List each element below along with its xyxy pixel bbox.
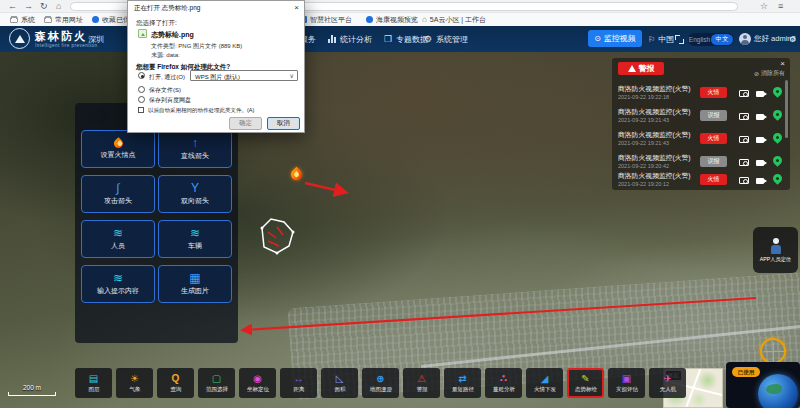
alarm-row[interactable]: 商洛防火视频监控(火警) 2021-09-22 19:20:12 火情: [612, 169, 790, 192]
alarm-row[interactable]: 商洛防火视频监控(火警) 2021-09-22 19:21:43 火情: [612, 128, 790, 151]
vehicle-button[interactable]: ≋ 车辆: [158, 220, 232, 258]
map-roam-button[interactable]: ⊕地图漫游: [362, 368, 399, 398]
camera-icon[interactable]: [739, 159, 749, 166]
video-icon[interactable]: [756, 114, 764, 120]
home-button[interactable]: ⌂: [56, 0, 61, 13]
drone-button[interactable]: ✈无人机: [649, 368, 686, 398]
fullscreen-button[interactable]: [675, 34, 684, 44]
alarm-row[interactable]: 商洛防火视频监控(火警) 2021-09-22 19:22:18 火情: [612, 82, 790, 105]
open-with-select[interactable]: WPS 图片 (默认) ∨: [190, 70, 298, 81]
clear-all-button[interactable]: ⊘ 消除所有: [754, 69, 785, 78]
alarm-scrollbar[interactable]: [785, 80, 788, 138]
situation-plot-button[interactable]: ✎态势标绘: [567, 368, 604, 398]
triangle-ruler-icon: ◺: [336, 373, 344, 384]
alarm-row[interactable]: 商洛防火视频监控(火警) 2021-09-22 19:21:43 误报: [612, 105, 790, 128]
radio-save-file[interactable]: [138, 86, 145, 93]
video-icon[interactable]: [756, 91, 764, 97]
nav-system-manage[interactable]: ⚙ 系统管理: [424, 26, 468, 52]
bookmark-folder[interactable]: 常用网址: [44, 13, 83, 26]
double-arrow-button[interactable]: Y 双向箭头: [158, 175, 232, 213]
search-button[interactable]: Q查询: [157, 368, 194, 398]
settings-button[interactable]: ⚙: [789, 26, 796, 52]
back-button[interactable]: ←: [8, 0, 17, 13]
video-icon[interactable]: [756, 137, 764, 143]
globe-mode-button[interactable]: 已使用: [732, 367, 760, 377]
forward-button[interactable]: →: [24, 0, 33, 13]
mute-icon: ⊘: [754, 70, 759, 77]
alarm-time: 2021-09-22 19:20:12: [618, 181, 669, 187]
location-pin-icon[interactable]: [771, 85, 784, 98]
layers-icon: ≋: [113, 227, 123, 239]
alarm-status-badge[interactable]: 火情: [700, 133, 727, 144]
personnel-button[interactable]: ≋ 人员: [81, 220, 155, 258]
app-personnel-locator[interactable]: APP人员定位: [753, 227, 798, 273]
set-fire-point-button[interactable]: 设置火情点: [81, 130, 155, 168]
attack-arrow-button[interactable]: ∫ 攻击箭头: [81, 175, 155, 213]
alarm-name: 商洛防火视频监控(火警): [618, 171, 691, 181]
bookmark-item[interactable]: 智慧社区平台: [300, 13, 352, 26]
location-pin-icon[interactable]: [771, 172, 784, 185]
alarm-time: 2021-09-22 19:21:43: [618, 140, 669, 146]
country-selector[interactable]: ⚐ 中国: [648, 26, 674, 52]
monitor-video-button[interactable]: ⊙ 监控视频: [588, 30, 642, 47]
cancel-button[interactable]: 取消: [267, 117, 300, 130]
layers-button[interactable]: ▤图层: [75, 368, 112, 398]
reload-button[interactable]: ↻: [40, 0, 48, 13]
bar-chart-icon: [328, 35, 336, 43]
spread-analysis-button[interactable]: ∴蔓延分析: [485, 368, 522, 398]
range-select-button[interactable]: ▢范围选择: [198, 368, 235, 398]
weather-button[interactable]: ☀气象: [116, 368, 153, 398]
coordinate-locate-button[interactable]: ◉坐标定位: [239, 368, 276, 398]
bookmark-item[interactable]: 海康视频预览: [366, 13, 418, 26]
damage-assess-button[interactable]: ▣灾损评估: [608, 368, 645, 398]
alarm-close-icon[interactable]: ×: [780, 59, 785, 68]
camera-icon[interactable]: [739, 177, 749, 184]
map-canvas[interactable]: 200 m 警报 × ⊘ 消除所有 商洛防火视频监控(火警) 2021-09-2…: [0, 52, 800, 408]
bookmark-star-icon[interactable]: ☆: [760, 0, 768, 13]
alarm-button[interactable]: ⚠警报: [403, 368, 440, 398]
area-button[interactable]: ◺面积: [321, 368, 358, 398]
video-icon[interactable]: [756, 160, 764, 166]
distance-button[interactable]: ↔距离: [280, 368, 317, 398]
generate-image-button[interactable]: ▦ 生成图片: [158, 265, 232, 303]
location-pin-icon[interactable]: [771, 154, 784, 167]
camera-icon[interactable]: [739, 113, 749, 120]
save-file-label[interactable]: 保存文件(S): [149, 86, 181, 95]
radio-save-baidu[interactable]: [138, 96, 145, 103]
alarm-status-badge[interactable]: 误报: [700, 110, 727, 121]
camera-icon[interactable]: [739, 136, 749, 143]
video-icon[interactable]: [756, 178, 764, 184]
image-icon: ▦: [189, 272, 200, 284]
menu-icon[interactable]: ≡: [778, 0, 783, 13]
straight-arrow-button[interactable]: ↑ 直线箭头: [158, 130, 232, 168]
avatar[interactable]: [739, 33, 751, 45]
nav-statistics[interactable]: 统计分析: [328, 26, 372, 52]
lang-chinese[interactable]: 中文: [711, 34, 733, 45]
favicon: [366, 16, 373, 23]
input-hint-button[interactable]: ≋ 输入提示内容: [81, 265, 155, 303]
radio-open-with[interactable]: [138, 72, 145, 79]
remember-label[interactable]: 以后自动采用相同的动作处理此类文件。(A): [148, 107, 254, 114]
compass-target-icon[interactable]: [760, 338, 786, 364]
language-toggle[interactable]: English 中文: [688, 33, 734, 46]
alarm-status-badge[interactable]: 误报: [700, 156, 727, 167]
fire-dispatch-button[interactable]: ◢火情下发: [526, 368, 563, 398]
nav-topic-data[interactable]: ❐ 专题数据: [384, 26, 428, 52]
close-icon[interactable]: ×: [294, 3, 299, 12]
shortest-path-button[interactable]: ⇄最短路径: [444, 368, 481, 398]
bookmark-item[interactable]: ⌂ 5A云小区 | 工作台: [422, 13, 486, 26]
save-baidu-label[interactable]: 保存到百度网盘: [149, 96, 191, 105]
open-with-label[interactable]: 打开, 通过(O): [149, 73, 185, 82]
folder-icon: [10, 17, 18, 23]
bookmark-folder[interactable]: 系统: [10, 13, 35, 26]
alarm-status-badge[interactable]: 火情: [700, 174, 727, 185]
ok-button[interactable]: 确定: [229, 117, 262, 130]
camera-icon[interactable]: [739, 90, 749, 97]
alarm-status-badge[interactable]: 火情: [700, 87, 727, 98]
button-label: 双向箭头: [181, 196, 209, 206]
remember-checkbox[interactable]: [138, 107, 144, 113]
location-pin-icon[interactable]: [771, 131, 784, 144]
location-pin-icon[interactable]: [771, 108, 784, 121]
earth-globe[interactable]: [758, 374, 798, 408]
lang-english[interactable]: English: [688, 36, 711, 43]
